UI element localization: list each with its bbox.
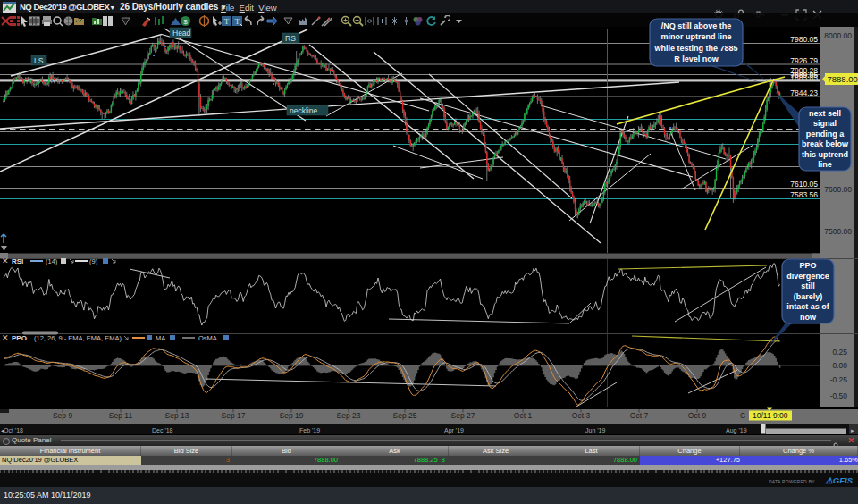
svg-text:Oct 3: Oct 3 — [572, 411, 591, 420]
svg-text:Jun '19: Jun '19 — [585, 427, 605, 433]
svg-text:OsMA: OsMA — [198, 334, 217, 342]
svg-text:Aug '19: Aug '19 — [726, 427, 747, 434]
svg-text:▸: ▸ — [851, 427, 854, 433]
svg-text:7583.56: 7583.56 — [790, 190, 818, 199]
svg-text:Oct 1: Oct 1 — [514, 411, 533, 420]
svg-text:neckline: neckline — [290, 106, 317, 115]
svg-text:minor uptrend line: minor uptrend line — [660, 32, 731, 41]
svg-text:C: C — [740, 411, 745, 420]
svg-text:8000.00: 8000.00 — [824, 31, 852, 40]
svg-text:✕: ✕ — [2, 333, 9, 342]
svg-text:Sep 25: Sep 25 — [393, 411, 417, 420]
svg-text:7610.05: 7610.05 — [790, 180, 818, 189]
svg-text:pending a: pending a — [806, 130, 845, 139]
svg-text:Head: Head — [172, 29, 191, 38]
svg-text:Feb '19: Feb '19 — [299, 427, 320, 433]
svg-text:7844.23: 7844.23 — [790, 88, 818, 97]
svg-text:now: now — [800, 313, 817, 322]
svg-text:still: still — [801, 281, 815, 290]
svg-text:✕: ✕ — [2, 256, 9, 265]
svg-text:Sep 11: Sep 11 — [109, 411, 133, 420]
svg-text:-0.25: -0.25 — [830, 375, 848, 384]
svg-text:7600.00: 7600.00 — [824, 185, 852, 194]
svg-text:Sep 17: Sep 17 — [222, 411, 246, 420]
svg-text:-0.50: -0.50 — [830, 391, 848, 400]
svg-text:(12, 26, 9 - EMA, EMA, EMA): (12, 26, 9 - EMA, EMA, EMA) — [34, 334, 122, 342]
svg-text:7885.05: 7885.05 — [790, 73, 818, 82]
svg-text:LS: LS — [34, 56, 44, 65]
svg-text:7926.79: 7926.79 — [790, 56, 818, 65]
svg-text:Dec '18: Dec '18 — [152, 427, 173, 433]
svg-text:Sep 9: Sep 9 — [53, 411, 72, 420]
svg-text:intact as of: intact as of — [786, 302, 830, 311]
svg-text:line: line — [818, 160, 832, 169]
svg-text:Sep 19: Sep 19 — [280, 411, 304, 420]
svg-text:7500.00: 7500.00 — [824, 227, 852, 236]
svg-text:signal: signal — [813, 119, 837, 128]
svg-text:while testing the 7885: while testing the 7885 — [653, 44, 737, 53]
svg-text:divergence: divergence — [786, 272, 829, 281]
svg-text:◂: ◂ — [1, 427, 4, 433]
svg-text:R level now: R level now — [674, 55, 719, 63]
svg-text:10/11 9:00: 10/11 9:00 — [753, 411, 788, 420]
svg-text:Oct '18: Oct '18 — [4, 427, 23, 433]
svg-text:Sep 27: Sep 27 — [451, 411, 475, 420]
svg-text:Oct 9: Oct 9 — [688, 411, 707, 420]
svg-text:Apr '19: Apr '19 — [444, 427, 464, 434]
svg-text:RSI: RSI — [12, 257, 23, 265]
svg-text:this uptrend: this uptrend — [802, 150, 848, 159]
svg-text:PPO: PPO — [12, 334, 27, 342]
svg-text:7980.05: 7980.05 — [790, 35, 818, 44]
svg-text:0.00: 0.00 — [832, 361, 847, 370]
svg-text:RS: RS — [285, 34, 296, 43]
svg-text:Sep 23: Sep 23 — [337, 411, 361, 420]
svg-text:(14): (14) — [46, 257, 58, 265]
svg-text:0.25: 0.25 — [832, 348, 847, 357]
svg-text:next sell: next sell — [809, 109, 841, 118]
svg-text:(barely): (barely) — [794, 292, 823, 301]
svg-text:/NQ still above the: /NQ still above the — [661, 21, 732, 30]
svg-text:(9): (9) — [89, 257, 98, 265]
svg-text:Oct 7: Oct 7 — [630, 411, 649, 420]
svg-text:7888.00: 7888.00 — [828, 74, 858, 84]
svg-text:Sep 13: Sep 13 — [165, 411, 189, 420]
svg-text:break below: break below — [802, 139, 849, 148]
svg-text:MA: MA — [156, 334, 165, 342]
svg-text:PPO: PPO — [799, 261, 816, 270]
